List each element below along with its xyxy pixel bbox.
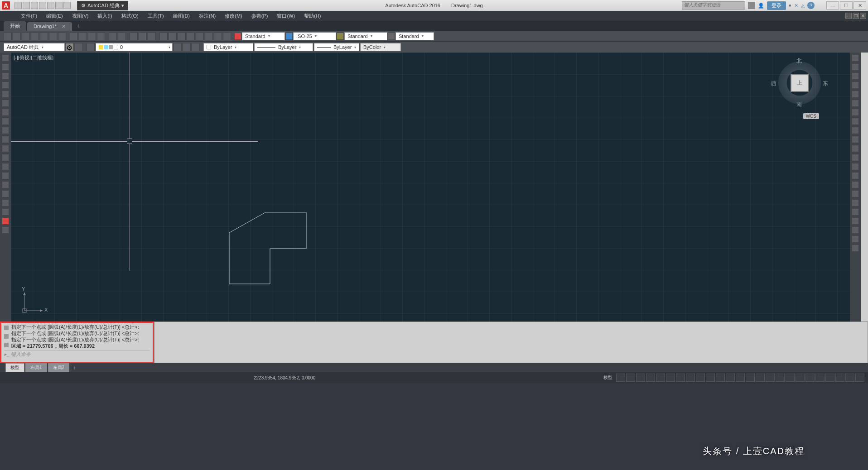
- layer-iso-icon[interactable]: [183, 43, 191, 51]
- extend-icon[interactable]: [852, 145, 859, 152]
- point-icon[interactable]: [2, 172, 9, 179]
- doc-minimize-button[interactable]: —: [845, 13, 852, 19]
- ellipse-arc-icon[interactable]: [2, 145, 9, 152]
- insert-icon[interactable]: [2, 154, 9, 161]
- layer-tools-icon[interactable]: [174, 43, 182, 51]
- chamfer-icon[interactable]: [852, 172, 859, 179]
- trim-icon[interactable]: [852, 136, 859, 143]
- region-icon[interactable]: [2, 199, 9, 206]
- tab-add-button[interactable]: +: [73, 21, 84, 31]
- qat-plot-icon[interactable]: [47, 2, 54, 9]
- break-icon[interactable]: [852, 154, 859, 161]
- spline-icon[interactable]: [2, 127, 9, 134]
- command-handles[interactable]: [4, 324, 11, 349]
- workspace-toggle-icon[interactable]: [776, 374, 785, 382]
- osnap-toggle-icon[interactable]: [686, 374, 695, 382]
- publish-icon[interactable]: [58, 32, 66, 40]
- doc-close-button[interactable]: ✕: [860, 13, 866, 19]
- qat-save-icon[interactable]: [31, 2, 38, 9]
- annomon-toggle-icon[interactable]: [786, 374, 795, 382]
- dyninput-toggle-icon[interactable]: [646, 374, 655, 382]
- table-icon[interactable]: [2, 208, 9, 216]
- paste-icon[interactable]: [88, 32, 96, 40]
- lineweight-dropdown[interactable]: ByLayer▾: [314, 43, 359, 51]
- workspace-settings-icon[interactable]: ⚙: [66, 43, 74, 51]
- polar-toggle-icon[interactable]: [666, 374, 675, 382]
- quickprops-toggle-icon[interactable]: [805, 374, 815, 382]
- infocenter-search[interactable]: 键入关键字或短语: [682, 1, 745, 10]
- color-dropdown[interactable]: ByLayer▾: [203, 43, 253, 51]
- join-icon[interactable]: [852, 163, 859, 170]
- menu-dimension[interactable]: 标注(N): [194, 11, 220, 21]
- maximize-button[interactable]: ☐: [840, 1, 853, 10]
- vc-west[interactable]: 西: [771, 80, 776, 87]
- tab-start[interactable]: 开始: [4, 21, 26, 31]
- close-button[interactable]: ✕: [854, 1, 866, 10]
- quickcalc-icon[interactable]: [852, 245, 859, 252]
- cmd-close-icon[interactable]: [4, 343, 9, 347]
- addselected-icon[interactable]: [2, 226, 9, 234]
- calc-icon[interactable]: [187, 32, 195, 40]
- menu-draw[interactable]: 绘图(D): [169, 11, 194, 21]
- iso-toggle-icon[interactable]: [676, 374, 685, 382]
- minimize-button[interactable]: —: [826, 1, 839, 10]
- line-icon[interactable]: [2, 54, 9, 62]
- cmd-handle-icon[interactable]: [4, 326, 9, 330]
- transparency-toggle-icon[interactable]: [726, 374, 735, 382]
- doc-restore-button[interactable]: ❐: [853, 13, 859, 19]
- layer-dropdown[interactable]: 0▾: [96, 43, 173, 51]
- status-model-label[interactable]: 模型: [603, 374, 612, 381]
- arc-icon[interactable]: [2, 100, 9, 107]
- infer-toggle-icon[interactable]: [636, 374, 645, 382]
- ellipse-icon[interactable]: [2, 136, 9, 143]
- redo-icon[interactable]: [118, 32, 126, 40]
- viewport-label[interactable]: [-][俯视][二维线框]: [14, 54, 53, 61]
- stretch-icon[interactable]: [852, 127, 859, 134]
- hatch-icon[interactable]: [2, 181, 9, 188]
- offset-icon[interactable]: [852, 82, 859, 89]
- array-icon[interactable]: [852, 91, 859, 98]
- tab-layout1[interactable]: 布局1: [25, 363, 47, 372]
- search-icon[interactable]: [748, 2, 755, 9]
- menu-help[interactable]: 帮助(H): [299, 11, 325, 21]
- qat-open-icon[interactable]: [23, 2, 30, 9]
- help-btn-icon[interactable]: [223, 32, 231, 40]
- plot-icon[interactable]: [40, 32, 48, 40]
- zoom-prev-icon[interactable]: [148, 32, 156, 40]
- otrack-toggle-icon[interactable]: [706, 374, 715, 382]
- viewcube[interactable]: 北 南 东 西 上: [775, 58, 825, 108]
- selection-toggle-icon[interactable]: [736, 374, 745, 382]
- drawing-canvas[interactable]: [-][俯视][二维线框] X Y: [11, 53, 850, 321]
- customize-icon[interactable]: [855, 374, 864, 382]
- move-icon[interactable]: [852, 100, 859, 107]
- cleanscreen-toggle-icon[interactable]: [845, 374, 854, 382]
- qat-undo-icon[interactable]: [55, 2, 63, 9]
- revcloud-icon[interactable]: [2, 118, 9, 125]
- dc-icon[interactable]: [205, 32, 213, 40]
- qat-saveas-icon[interactable]: [39, 2, 46, 9]
- mirror-icon[interactable]: [852, 72, 859, 80]
- tab-layout2[interactable]: 布局2: [48, 363, 70, 372]
- vc-south[interactable]: 南: [796, 101, 802, 109]
- 3dosnap-toggle-icon[interactable]: [696, 374, 705, 382]
- qat-redo-icon[interactable]: [63, 2, 71, 9]
- a360-icon[interactable]: ◬: [801, 3, 805, 9]
- selectall-icon[interactable]: [852, 235, 859, 243]
- block-icon[interactable]: [2, 163, 9, 170]
- polyline-icon[interactable]: [2, 72, 9, 80]
- autoscale-toggle-icon[interactable]: [766, 374, 775, 382]
- command-window-highlighted[interactable]: 指定下一个点或 [圆弧(A)/长度(L)/放弃(U)/总计(T)] <总计>: …: [0, 321, 154, 363]
- menu-format[interactable]: 格式(O): [117, 11, 143, 21]
- layout-add-button[interactable]: +: [70, 364, 79, 372]
- vertical-scrollbar[interactable]: [861, 53, 868, 321]
- menu-modify[interactable]: 修改(M): [220, 11, 247, 21]
- dim-style-dropdown[interactable]: ISO-25▾: [293, 32, 336, 40]
- isolate-toggle-icon[interactable]: [825, 374, 834, 382]
- xline-icon[interactable]: [2, 63, 9, 71]
- command-input[interactable]: ▸_ 键入命令: [4, 350, 150, 358]
- rotate-icon[interactable]: [852, 109, 859, 116]
- preview-icon[interactable]: [49, 32, 57, 40]
- gizmo-toggle-icon[interactable]: [746, 374, 755, 382]
- menu-file[interactable]: 文件(F): [16, 11, 42, 21]
- cleanscreen-icon[interactable]: [214, 32, 222, 40]
